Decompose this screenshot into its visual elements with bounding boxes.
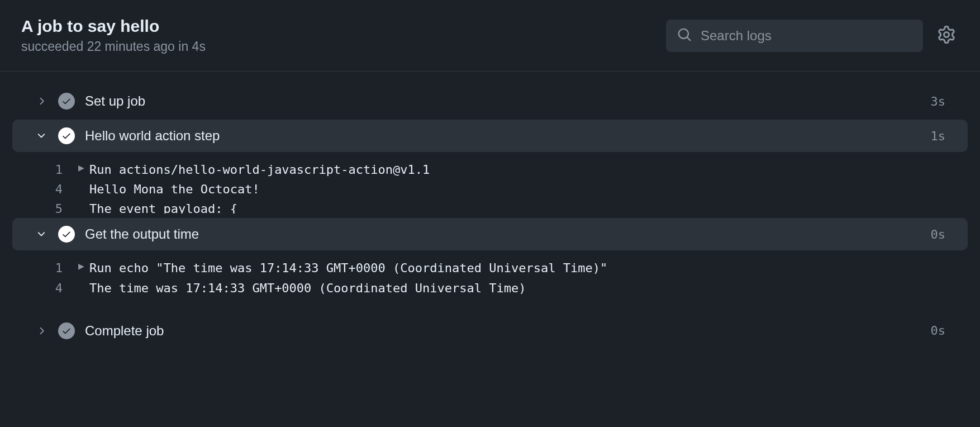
step-set-up-job[interactable]: Set up job 3s xyxy=(12,85,968,117)
log-line[interactable]: 1 ▶ Run echo "The time was 17:14:33 GMT+… xyxy=(22,258,958,278)
log-line-number: 4 xyxy=(45,278,78,298)
log-line: 5 The event payload: { xyxy=(22,199,958,214)
caret-right-icon[interactable]: ▶ xyxy=(78,258,89,274)
job-subtitle: succeeded 22 minutes ago in 4s xyxy=(21,39,206,54)
header-left: A job to say hello succeeded 22 minutes … xyxy=(21,17,206,54)
step-name: Complete job xyxy=(85,323,921,339)
step-get-output-time[interactable]: Get the output time 0s xyxy=(12,218,968,250)
chevron-right-icon[interactable] xyxy=(35,325,48,336)
step-hello-world[interactable]: Hello world action step 1s xyxy=(12,120,968,152)
log-text: The time was 17:14:33 GMT+0000 (Coordina… xyxy=(89,278,526,298)
gear-icon xyxy=(938,26,955,45)
step-duration: 0s xyxy=(931,324,946,338)
log-text: Run echo "The time was 17:14:33 GMT+0000… xyxy=(89,258,607,278)
steps-list: Set up job 3s Hello world action step 1s… xyxy=(0,72,980,347)
check-circle-icon xyxy=(58,226,75,243)
log-text: The event payload: { xyxy=(89,199,237,214)
check-circle-icon xyxy=(58,127,75,144)
chevron-right-icon[interactable] xyxy=(35,96,48,107)
log-output: 1 ▶ Run echo "The time was 17:14:33 GMT+… xyxy=(0,253,980,300)
log-line: 4 The time was 17:14:33 GMT+0000 (Coordi… xyxy=(22,278,958,298)
search-icon xyxy=(677,27,692,44)
step-complete-job[interactable]: Complete job 0s xyxy=(12,315,968,347)
check-circle-icon xyxy=(58,93,75,110)
log-line[interactable]: 1 ▶ Run actions/hello-world-javascript-a… xyxy=(22,160,958,179)
caret-right-icon[interactable]: ▶ xyxy=(78,160,89,176)
search-input[interactable] xyxy=(701,28,912,44)
check-circle-icon xyxy=(58,322,75,339)
chevron-down-icon[interactable] xyxy=(35,130,48,141)
log-text: Hello Mona the Octocat! xyxy=(89,179,260,199)
step-duration: 0s xyxy=(931,227,946,241)
log-line-number: 1 xyxy=(45,160,78,179)
job-header: A job to say hello succeeded 22 minutes … xyxy=(0,0,980,72)
search-box[interactable] xyxy=(666,20,923,52)
step-name: Get the output time xyxy=(85,226,921,242)
log-line: 4 Hello Mona the Octocat! xyxy=(22,179,958,199)
job-title: A job to say hello xyxy=(21,17,206,36)
log-line-number: 1 xyxy=(45,258,78,278)
log-text: Run actions/hello-world-javascript-actio… xyxy=(89,160,430,179)
chevron-down-icon[interactable] xyxy=(35,229,48,240)
log-line-number: 4 xyxy=(45,179,78,199)
step-duration: 1s xyxy=(931,129,946,143)
settings-button[interactable] xyxy=(934,22,959,49)
step-duration: 3s xyxy=(931,94,946,108)
step-name: Set up job xyxy=(85,93,921,109)
log-output: 1 ▶ Run actions/hello-world-javascript-a… xyxy=(0,154,980,216)
step-name: Hello world action step xyxy=(85,128,921,144)
log-line-number: 5 xyxy=(45,199,78,214)
header-right xyxy=(666,20,959,52)
